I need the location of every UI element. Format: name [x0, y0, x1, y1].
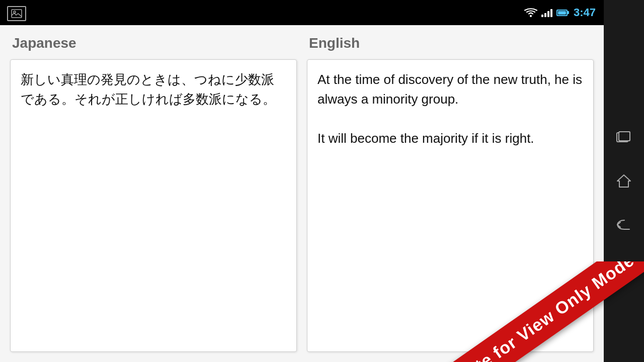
- back-icon: [615, 218, 632, 231]
- english-column: English At the time of discovery of the …: [307, 35, 594, 352]
- nav-bar: [604, 0, 644, 362]
- english-text-box[interactable]: At the time of discovery of the new trut…: [307, 59, 594, 352]
- battery-icon: [556, 10, 568, 16]
- svg-rect-4: [619, 132, 630, 141]
- status-time: 3:47: [574, 6, 596, 19]
- english-header: English: [307, 35, 594, 51]
- japanese-header: Japanese: [10, 35, 297, 51]
- photo-icon: [7, 6, 26, 21]
- signal-bars-icon: [541, 8, 552, 17]
- wifi-icon: [524, 8, 537, 18]
- content-grid: Japanese 新しい真理の発見のときは、つねに少数派である。それが正しければ…: [10, 35, 594, 352]
- japanese-column: Japanese 新しい真理の発見のときは、つねに少数派である。それが正しければ…: [10, 35, 297, 352]
- status-bar: 3:47: [0, 0, 604, 25]
- recents-button[interactable]: [616, 131, 632, 144]
- status-icons: 3:47: [524, 6, 596, 19]
- japanese-text: 新しい真理の発見のときは、つねに少数派である。それが正しければ多数派になる。: [21, 72, 276, 107]
- image-icon: [11, 9, 22, 18]
- english-text-line2: It will become the majority if it is rig…: [317, 131, 534, 146]
- back-button[interactable]: [615, 218, 632, 231]
- home-button[interactable]: [616, 174, 631, 188]
- recents-icon: [616, 131, 632, 144]
- english-text-line1: At the time of discovery of the new trut…: [317, 72, 582, 107]
- svg-marker-6: [617, 175, 630, 187]
- photo-icon-wrapper: [4, 4, 29, 23]
- japanese-text-box[interactable]: 新しい真理の発見のときは、つねに少数派である。それが正しければ多数派になる。: [10, 59, 297, 352]
- svg-point-0: [530, 15, 532, 17]
- home-icon: [616, 174, 631, 188]
- main-content: Japanese 新しい真理の発見のときは、つねに少数派である。それが正しければ…: [0, 25, 604, 362]
